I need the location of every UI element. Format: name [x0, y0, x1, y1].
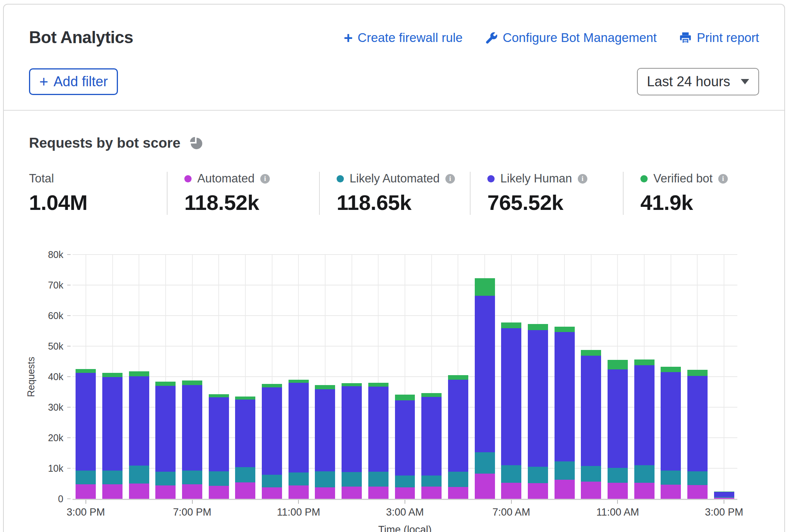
stats-row: Total 1.04M Automated 118.52k Likely Aut… — [29, 172, 758, 215]
bar-segment-verified-bot — [501, 322, 521, 328]
bar-segment-likely-human — [687, 376, 708, 471]
info-icon[interactable] — [718, 174, 728, 184]
bar-300am[interactable] — [395, 395, 415, 499]
bar-100pm[interactable] — [661, 367, 681, 499]
bar-segment-likely-human — [155, 386, 176, 472]
bar-segment-likely-human — [342, 386, 362, 472]
time-range-select[interactable]: Last 24 hours — [637, 68, 759, 95]
bar-segment-verified-bot — [262, 384, 282, 387]
print-report-link[interactable]: Print report — [679, 31, 759, 45]
bar-100am[interactable] — [342, 383, 362, 499]
bar-1000pm[interactable] — [262, 384, 282, 499]
add-filter-button[interactable]: + Add filter — [29, 68, 118, 95]
bar-segment-likely-automated — [182, 471, 202, 484]
bar-segment-verified-bot — [687, 370, 708, 376]
bar-200pm[interactable] — [687, 370, 708, 499]
x-axis-tick-label: 7:00 AM — [492, 506, 530, 518]
bar-segment-automated — [342, 487, 362, 499]
bar-segment-verified-bot — [608, 360, 628, 369]
bar-1200pm[interactable] — [634, 360, 655, 499]
x-axis-tick-label: 3:00 PM — [705, 506, 743, 518]
bar-segment-likely-automated — [235, 467, 255, 482]
bar-segment-automated — [262, 487, 282, 499]
pie-chart-icon — [189, 136, 203, 150]
bar-segment-verified-bot — [555, 327, 575, 332]
bot-analytics-card: Bot Analytics + Create firewall rule Con… — [3, 4, 785, 532]
bar-segment-verified-bot — [421, 393, 442, 397]
bar-segment-likely-human — [209, 397, 229, 471]
stat-verified-bot: Verified bot 41.9k — [623, 172, 758, 215]
bar-1200am[interactable] — [315, 385, 335, 499]
stat-total-label: Total — [29, 172, 54, 185]
bar-segment-automated — [448, 487, 468, 499]
bar-segment-automated — [421, 487, 442, 499]
bar-300pm[interactable] — [76, 369, 96, 499]
bar-600am[interactable] — [475, 278, 495, 499]
bar-segment-likely-human — [501, 328, 521, 465]
bar-segment-verified-bot — [342, 383, 362, 386]
info-icon[interactable] — [445, 174, 455, 184]
y-axis-title: Requests — [24, 255, 39, 499]
bar-600pm[interactable] — [155, 382, 176, 499]
bar-segment-likely-human — [262, 387, 282, 475]
configure-bot-management-link[interactable]: Configure Bot Management — [485, 31, 657, 45]
bar-segment-likely-human — [448, 380, 468, 472]
x-axis-tick — [724, 500, 724, 504]
bar-segment-automated — [501, 483, 521, 499]
horizontal-gridline — [73, 285, 737, 285]
create-firewall-rule-link[interactable]: + Create firewall rule — [344, 31, 463, 45]
bar-segment-likely-human — [634, 365, 655, 465]
bar-700am[interactable] — [501, 322, 521, 499]
bar-segment-verified-bot — [102, 373, 123, 377]
y-axis-tick — [67, 468, 71, 469]
printer-icon — [679, 31, 692, 44]
bar-segment-likely-automated — [262, 475, 282, 487]
horizontal-gridline — [73, 346, 737, 347]
bar-800am[interactable] — [528, 324, 548, 499]
info-icon[interactable] — [260, 174, 270, 184]
horizontal-gridline — [73, 315, 737, 316]
bar-segment-likely-human — [581, 356, 601, 466]
bar-segment-automated — [581, 482, 601, 499]
bar-segment-verified-bot — [661, 367, 681, 372]
bar-500am[interactable] — [448, 375, 468, 499]
bar-400am[interactable] — [421, 393, 442, 499]
bar-900am[interactable] — [555, 327, 575, 499]
bar-1100pm[interactable] — [289, 380, 309, 499]
info-icon[interactable] — [578, 174, 587, 184]
stat-likely-automated: Likely Automated 118.65k — [319, 172, 470, 215]
bar-segment-likely-automated — [661, 471, 681, 485]
bar-segment-verified-bot — [155, 382, 176, 386]
bar-segment-likely-human — [368, 387, 389, 472]
bar-1000am[interactable] — [581, 350, 601, 499]
bar-segment-likely-automated — [76, 471, 96, 484]
bar-500pm[interactable] — [129, 371, 149, 499]
y-axis-tick-label: 50k — [48, 341, 63, 352]
bar-segment-automated — [687, 485, 708, 499]
stat-likely-human: Likely Human 765.52k — [470, 172, 623, 215]
bar-200am[interactable] — [368, 383, 389, 499]
bar-segment-likely-automated — [289, 472, 309, 485]
bar-900pm[interactable] — [235, 397, 255, 499]
likely-human-legend-dot — [487, 175, 495, 182]
bar-segment-automated — [475, 474, 495, 499]
bar-segment-verified-bot — [182, 380, 202, 385]
bar-400pm[interactable] — [102, 373, 123, 499]
bar-segment-likely-human — [129, 376, 149, 466]
wrench-icon — [485, 31, 498, 44]
x-axis-tick — [511, 500, 512, 504]
y-axis-tick — [67, 437, 71, 438]
horizontal-gridline — [73, 254, 737, 255]
bar-segment-likely-automated — [395, 476, 415, 487]
bar-segment-automated — [714, 498, 734, 499]
bar-segment-likely-human — [182, 385, 202, 471]
plus-icon: + — [344, 32, 353, 44]
bar-segment-likely-automated — [528, 467, 548, 483]
bar-segment-verified-bot — [475, 278, 495, 296]
y-axis-tick-label: 70k — [48, 280, 63, 291]
bar-700pm[interactable] — [182, 380, 202, 499]
bar-800pm[interactable] — [209, 394, 229, 499]
bar-1100am[interactable] — [608, 360, 628, 499]
bar-300pm[interactable] — [714, 492, 734, 499]
bar-segment-verified-bot — [395, 395, 415, 400]
